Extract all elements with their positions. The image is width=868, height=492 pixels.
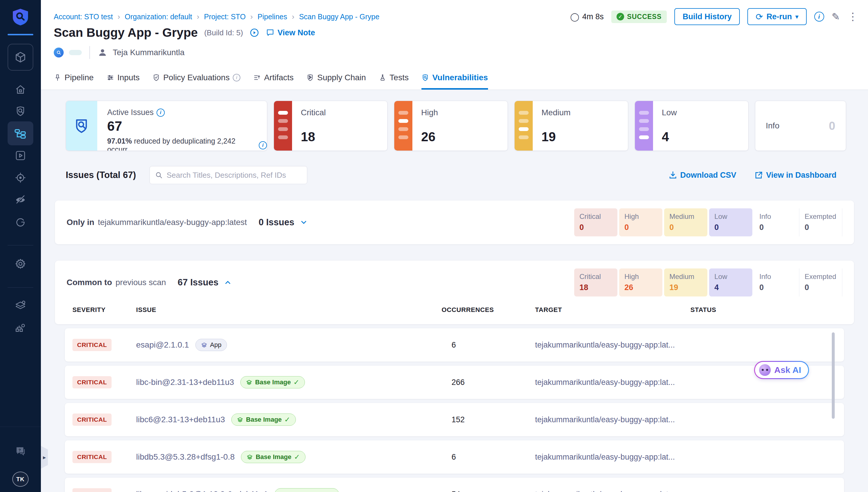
layers-icon (201, 342, 207, 348)
sidebar-item-exemptions[interactable] (0, 194, 41, 205)
occurrences-value: 54 (442, 490, 535, 492)
info-icon: i (233, 74, 240, 81)
badge-critical: Critical0 (574, 208, 617, 237)
check-icon: ✓ (327, 490, 333, 492)
rerun-button[interactable]: ⟳ Re-run ▾ (747, 8, 806, 25)
target-value: tejakummarikuntla/easy-buggy-app:lat... (535, 452, 690, 462)
occurrences-value: 6 (442, 341, 535, 350)
build-history-button[interactable]: Build History (674, 8, 740, 25)
issue-name[interactable]: libc6@2.31-13+deb11u3 (136, 415, 225, 424)
sidebar-divider (7, 34, 33, 35)
high-count: 26 (421, 129, 438, 144)
severity-badges: Critical18 High26 Medium19 Low4 Info0 (572, 268, 842, 296)
sidebar-item-help[interactable]: ? (0, 445, 41, 457)
sidebar-item-get-started[interactable] (0, 217, 41, 228)
table-row[interactable]: CRITICAL libc6@2.31-13+deb11u3 Base Imag… (65, 403, 844, 436)
occurrences-value: 266 (442, 378, 535, 387)
badge-info: Info0 (754, 208, 797, 237)
download-icon (668, 171, 677, 179)
layers-gear-icon (15, 299, 26, 311)
tab-inputs[interactable]: Inputs (107, 73, 140, 90)
chevron-separator-icon: › (292, 12, 295, 21)
kebab-menu-icon[interactable]: ⋮ (848, 10, 858, 23)
download-csv-link[interactable]: Download CSV (668, 171, 736, 180)
breadcrumb-pipelines[interactable]: Pipelines (258, 13, 287, 21)
chevron-right-icon: ▸ (43, 454, 46, 461)
search-icon (155, 171, 163, 179)
medium-count: 19 (541, 129, 571, 144)
chevron-down-icon[interactable] (300, 218, 308, 226)
chevron-up-icon[interactable] (224, 278, 232, 287)
info-icon[interactable]: i (259, 141, 267, 149)
harness-sto-logo-icon[interactable] (11, 7, 30, 26)
severity-badge: CRITICAL (72, 414, 112, 426)
issue-name[interactable]: libgssapi-krb5-2@1.18.3-6+deb11u1 (136, 490, 268, 492)
sidebar-item-executions[interactable] (0, 150, 41, 161)
table-row[interactable]: CRITICAL libgssapi-krb5-2@1.18.3-6+deb11… (65, 478, 844, 492)
table-row[interactable]: CRITICAL libdb5.3@5.3.28+dfsg1-0.8 Base … (65, 440, 844, 474)
high-label: High (421, 108, 438, 117)
module-selector-cube-icon[interactable] (7, 44, 33, 71)
info-icon[interactable]: i (157, 108, 165, 117)
page-header: Account: STO test › Organization: defaul… (41, 0, 868, 90)
execution-compare-icon[interactable] (250, 28, 259, 38)
issue-name[interactable]: libdb5.3@5.3.28+dfsg1-0.8 (136, 452, 235, 462)
tab-pipeline[interactable]: Pipeline (54, 73, 94, 90)
badge-high: High26 (619, 268, 662, 296)
occurrences-value: 152 (442, 415, 535, 424)
table-scrollbar[interactable] (832, 333, 835, 419)
summary-cards: Active Issues i 67 97.01% reduced by ded… (66, 101, 868, 151)
sidebar-item-settings[interactable] (0, 258, 41, 270)
power-icon (15, 217, 26, 228)
pin-icon (54, 74, 61, 81)
layers-icon (247, 454, 253, 460)
active-issues-card: Active Issues i 67 97.01% reduced by ded… (66, 101, 267, 151)
sidebar-expand-handle[interactable]: ▸ (41, 446, 48, 469)
issue-name[interactable]: libc-bin@2.31-13+deb11u3 (136, 377, 234, 387)
table-row[interactable]: CRITICAL libc-bin@2.31-13+deb11u3 Base I… (65, 366, 844, 399)
table-row[interactable]: CRITICAL esapi@2.1.0.1 App 6 tejakummari… (65, 328, 844, 362)
tab-bar: Pipeline Inputs Policy Evaluations i (54, 73, 488, 90)
tab-vulnerabilities[interactable]: Vulnerabilities (421, 73, 488, 90)
check-circle-icon: ✓ (616, 13, 624, 20)
view-in-dashboard-link[interactable]: View in Dashboard (754, 171, 837, 180)
sidebar-item-home[interactable] (0, 84, 41, 95)
tab-tests[interactable]: Tests (379, 73, 408, 90)
badge-low: Low0 (709, 208, 752, 237)
search-input[interactable] (166, 171, 301, 180)
executions-icon (15, 150, 26, 161)
breadcrumb-project[interactable]: Project: STO (204, 13, 245, 21)
sidebar-item-overview[interactable] (0, 106, 41, 117)
status-badge: ✓ SUCCESS (611, 10, 667, 23)
badge-medium: Medium19 (664, 268, 707, 296)
breadcrumb-account[interactable]: Account: STO test (54, 13, 113, 21)
tab-supply-chain[interactable]: Supply Chain (306, 73, 366, 90)
severity-badge: CRITICAL (72, 376, 112, 388)
sidebar-item-pipelines[interactable] (7, 121, 33, 145)
group-scope: previous scan (116, 278, 166, 287)
user-avatar[interactable]: TK (12, 472, 29, 487)
column-issue: ISSUE (136, 306, 442, 314)
breadcrumb-organization[interactable]: Organization: default (125, 13, 192, 21)
info-label: Info (766, 121, 779, 130)
check-icon: ✓ (284, 416, 290, 424)
breadcrumb-current[interactable]: Scan Buggy App - Grype (299, 13, 379, 21)
tab-policy-evaluations[interactable]: Policy Evaluations i (153, 73, 240, 90)
low-severity-bar-icon (635, 101, 653, 151)
shield-check-icon (153, 74, 160, 81)
sidebar-item-organization[interactable] (0, 322, 41, 334)
sidebar-item-targets[interactable] (0, 172, 41, 183)
flask-icon (379, 74, 386, 81)
view-note-link[interactable]: View Note (266, 28, 315, 38)
issue-name[interactable]: esapi@2.1.0.1 (136, 340, 189, 350)
group-prefix: Common to (67, 278, 112, 287)
info-icon[interactable]: i (814, 12, 824, 22)
ask-ai-button[interactable]: Ask AI (754, 361, 809, 379)
tab-artifacts[interactable]: Artifacts (253, 73, 294, 90)
ai-mascot-icon (759, 364, 771, 376)
search-box[interactable] (149, 166, 307, 184)
edit-pencil-icon[interactable]: ✎ (832, 11, 840, 22)
high-severity-bar-icon (394, 101, 413, 151)
sidebar-item-account-resources[interactable] (0, 299, 41, 311)
critical-count: 18 (301, 129, 326, 144)
